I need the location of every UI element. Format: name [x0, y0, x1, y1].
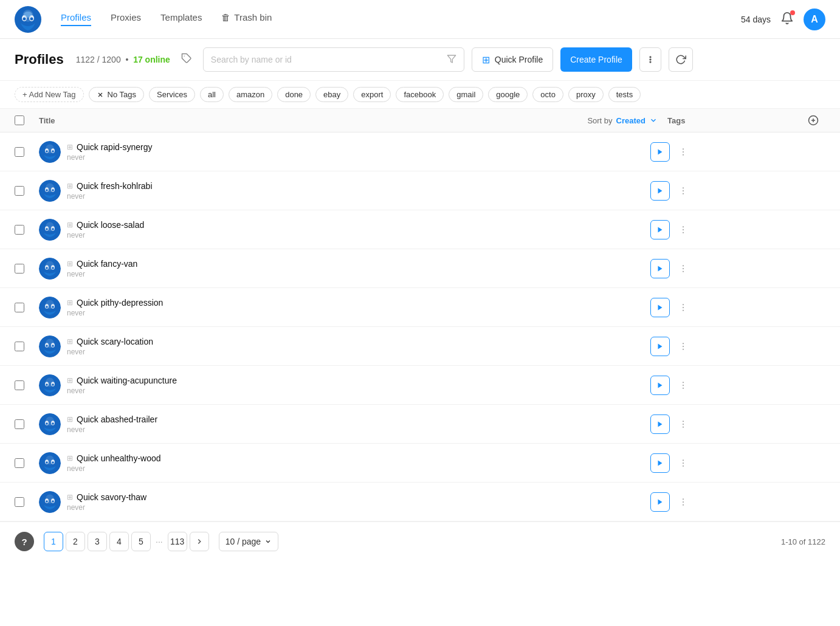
row-checkbox[interactable] [15, 342, 24, 351]
row-checkbox[interactable] [15, 497, 24, 507]
play-button[interactable] [650, 259, 670, 278]
tag-no-tags[interactable]: No Tags [89, 87, 144, 102]
row-checkbox[interactable] [15, 264, 24, 273]
row-info: ⊞ Quick fancy-van never [67, 259, 650, 278]
search-input[interactable] [211, 55, 442, 64]
page-5[interactable]: 5 [131, 532, 151, 551]
filter-icon[interactable] [447, 54, 456, 66]
row-checkbox-col[interactable] [15, 225, 39, 235]
row-checkbox-col[interactable] [15, 419, 39, 429]
svg-marker-53 [658, 266, 663, 271]
select-all-checkbox[interactable] [15, 115, 24, 125]
row-checkbox-col[interactable] [15, 303, 39, 312]
page-4[interactable]: 4 [109, 532, 129, 551]
tag-tests[interactable]: tests [608, 87, 641, 102]
row-checkbox-col[interactable] [15, 147, 39, 157]
logo[interactable] [15, 6, 41, 33]
row-checkbox-col[interactable] [15, 458, 39, 468]
more-options-button[interactable] [675, 455, 692, 472]
grid-small-icon: ⊞ [67, 337, 73, 346]
row-checkbox[interactable] [15, 458, 24, 468]
more-options-button[interactable] [675, 299, 692, 316]
play-button[interactable] [650, 492, 670, 512]
table-header: Title Sort by Created Tags [0, 109, 840, 132]
row-checkbox-col[interactable] [15, 497, 39, 507]
add-col-button[interactable] [801, 115, 825, 126]
row-checkbox[interactable] [15, 186, 24, 196]
notification-bell[interactable] [780, 12, 794, 27]
page-3[interactable]: 3 [88, 532, 107, 551]
more-options-button[interactable] [675, 494, 692, 511]
grid-small-icon: ⊞ [67, 298, 73, 307]
help-button[interactable]: ? [15, 532, 34, 551]
more-options-button[interactable] [675, 377, 692, 394]
row-checkbox[interactable] [15, 303, 24, 312]
play-button[interactable] [650, 298, 670, 317]
tag-facebook[interactable]: facebook [396, 87, 444, 102]
nav-templates[interactable]: Templates [160, 12, 202, 26]
page-next-button[interactable] [190, 532, 209, 551]
page-numbers: 1 2 3 4 5 ··· 113 [44, 532, 209, 551]
avatar[interactable]: A [804, 9, 825, 30]
row-checkbox-col[interactable] [15, 264, 39, 273]
svg-point-72 [52, 345, 54, 347]
svg-point-84 [683, 382, 684, 383]
row-info: ⊞ Quick abashed-trailer never [67, 414, 650, 434]
tag-ebay[interactable]: ebay [315, 87, 348, 102]
play-button[interactable] [650, 453, 670, 473]
nav-profiles[interactable]: Profiles [61, 12, 91, 26]
tag-gmail[interactable]: gmail [449, 87, 483, 102]
nav-trash[interactable]: 🗑 Trash bin [221, 12, 272, 26]
tags-bar: + Add New Tag No Tags Services all amazo… [0, 81, 840, 109]
tag-amazon[interactable]: amazon [229, 87, 272, 102]
select-all-col[interactable] [15, 115, 39, 125]
tag-manage-button[interactable] [177, 49, 196, 71]
more-options-button[interactable] [675, 260, 692, 277]
svg-marker-93 [658, 421, 663, 427]
tag-all[interactable]: all [200, 87, 224, 102]
tag-services[interactable]: Services [149, 87, 195, 102]
row-checkbox-col[interactable] [15, 380, 39, 390]
row-checkbox[interactable] [15, 419, 24, 429]
play-button[interactable] [650, 414, 670, 434]
more-options-button[interactable] [675, 221, 692, 238]
create-profile-button[interactable]: Create Profile [560, 47, 632, 72]
tag-google[interactable]: google [488, 87, 528, 102]
svg-point-104 [683, 459, 684, 461]
tag-proxy[interactable]: proxy [568, 87, 604, 102]
play-button[interactable] [650, 337, 670, 356]
svg-marker-113 [658, 499, 663, 504]
play-button[interactable] [650, 142, 670, 162]
row-actions [650, 376, 692, 395]
page-last[interactable]: 113 [168, 532, 187, 551]
refresh-button[interactable] [669, 47, 693, 72]
play-button[interactable] [650, 220, 670, 239]
row-checkbox[interactable] [15, 147, 24, 157]
more-options-button[interactable] [675, 338, 692, 355]
play-button[interactable] [650, 181, 670, 201]
svg-point-115 [683, 501, 684, 503]
row-checkbox[interactable] [15, 225, 24, 235]
table-row: ⊞ Quick loose-salad never [0, 210, 840, 249]
quick-profile-button[interactable]: ⊞ Quick Profile [472, 47, 553, 72]
page-size-select[interactable]: 10 / page [219, 532, 278, 551]
row-checkbox-col[interactable] [15, 342, 39, 351]
page-2[interactable]: 2 [66, 532, 85, 551]
tag-export[interactable]: export [353, 87, 391, 102]
play-button[interactable] [650, 376, 670, 395]
tag-done[interactable]: done [277, 87, 311, 102]
tag-octo[interactable]: octo [532, 87, 563, 102]
sort-area[interactable]: Sort by Created [587, 116, 658, 125]
svg-point-74 [683, 343, 684, 344]
add-tag-button[interactable]: + Add New Tag [15, 87, 84, 102]
row-checkbox[interactable] [15, 380, 24, 390]
more-options-button[interactable] [675, 182, 692, 199]
create-profile-more-button[interactable] [639, 47, 661, 72]
more-options-button[interactable] [675, 416, 692, 433]
more-options-button[interactable] [675, 143, 692, 160]
row-checkbox-col[interactable] [15, 186, 39, 196]
page-1[interactable]: 1 [44, 532, 63, 551]
online-count: 17 online [133, 55, 170, 64]
nav-proxies[interactable]: Proxies [111, 12, 141, 26]
page-ellipsis: ··· [153, 537, 165, 546]
